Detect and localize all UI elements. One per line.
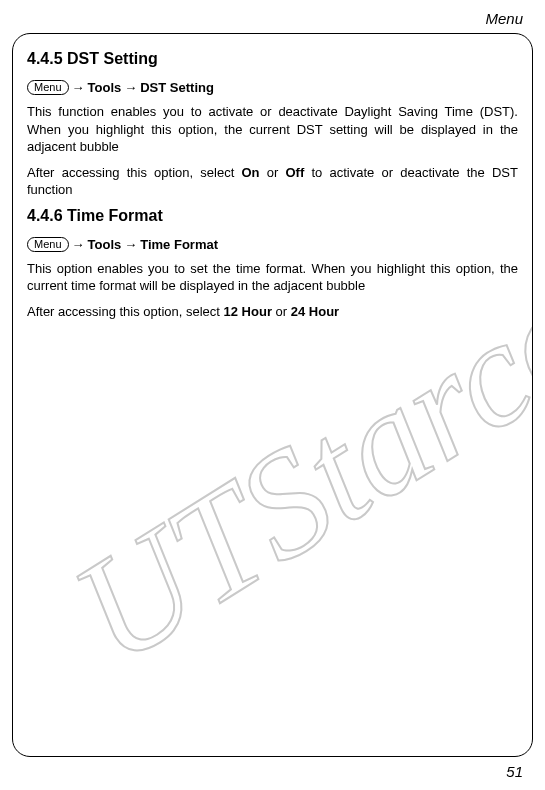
arrow-icon: →	[71, 80, 86, 95]
arrow-icon: →	[123, 80, 138, 95]
heading-time-format: 4.4.6 Time Format	[27, 207, 518, 225]
option-off: Off	[285, 165, 304, 180]
path-item: DST Setting	[140, 80, 214, 95]
path-tools: Tools	[88, 80, 122, 95]
path-item: Time Format	[140, 237, 218, 252]
text: After accessing this option, select	[27, 165, 241, 180]
page-number: 51	[506, 763, 523, 780]
option-24hour: 24 Hour	[291, 304, 339, 319]
page: Menu UTStarcom 4.4.5 DST Setting Menu → …	[0, 0, 545, 790]
content-inner: 4.4.5 DST Setting Menu → Tools → DST Set…	[27, 50, 518, 320]
menu-button-icon: Menu	[27, 237, 69, 252]
path-tools: Tools	[88, 237, 122, 252]
text: After accessing this option, select	[27, 304, 224, 319]
arrow-icon: →	[123, 237, 138, 252]
option-on: On	[241, 165, 259, 180]
paragraph: This function enables you to activate or…	[27, 103, 518, 156]
breadcrumb-time-format: Menu → Tools → Time Format	[27, 237, 518, 252]
paragraph: This option enables you to set the time …	[27, 260, 518, 295]
option-12hour: 12 Hour	[224, 304, 272, 319]
text: or	[260, 165, 286, 180]
page-header: Menu	[12, 10, 533, 33]
text: or	[272, 304, 291, 319]
paragraph: After accessing this option, select 12 H…	[27, 303, 518, 321]
breadcrumb-dst: Menu → Tools → DST Setting	[27, 80, 518, 95]
heading-dst-setting: 4.4.5 DST Setting	[27, 50, 518, 68]
menu-button-icon: Menu	[27, 80, 69, 95]
arrow-icon: →	[71, 237, 86, 252]
paragraph: After accessing this option, select On o…	[27, 164, 518, 199]
content-frame: UTStarcom 4.4.5 DST Setting Menu → Tools…	[12, 33, 533, 757]
